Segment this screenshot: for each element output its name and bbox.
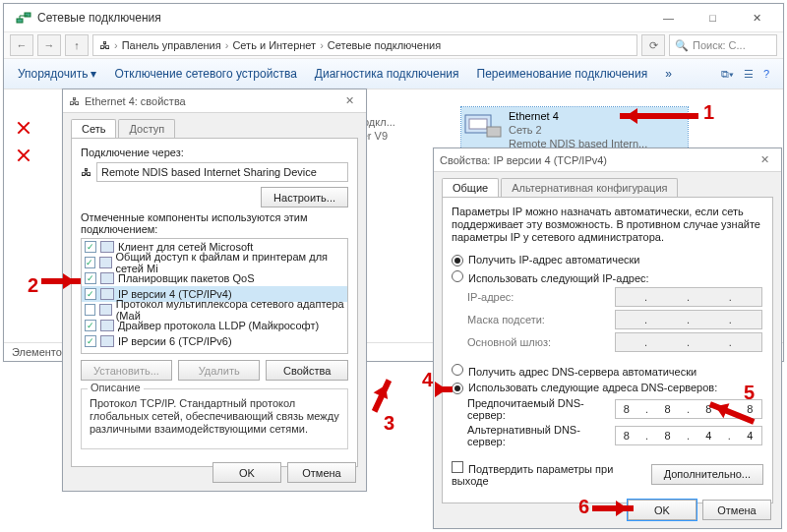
- annotation-3: 3: [384, 412, 394, 435]
- ethernet-properties-dialog: 🖧 Ethernet 4: свойства ✕ Сеть Доступ Под…: [62, 89, 367, 492]
- list-item: Протокол мультиплексора сетевого адаптер…: [82, 302, 347, 318]
- connect-via-label: Подключение через:: [81, 147, 348, 158]
- dialog-title: Свойства: IP версии 4 (TCP/IPv4): [440, 154, 754, 166]
- tab-alt-config[interactable]: Альтернативная конфигурация: [501, 178, 678, 197]
- radio-ip-auto[interactable]: Получить IP-адрес автоматически: [452, 254, 763, 266]
- component-icon: [100, 272, 114, 284]
- dialog-title: 🖧 Ethernet 4: свойства: [69, 95, 338, 107]
- view-details-icon[interactable]: ☰: [744, 68, 754, 81]
- properties-button[interactable]: Свойства: [266, 360, 348, 381]
- ip-address-field: ...: [615, 287, 762, 307]
- description-label: Описание: [88, 382, 144, 393]
- checkbox-icon[interactable]: ✓: [85, 320, 96, 331]
- remove-button[interactable]: Удалить: [178, 360, 261, 381]
- more-commands[interactable]: »: [665, 67, 672, 81]
- radio-ip-manual[interactable]: Использовать следующий IP-адрес:: [452, 270, 763, 284]
- back-button[interactable]: ←: [10, 34, 33, 56]
- configure-button[interactable]: Настроить...: [261, 187, 348, 207]
- address-bar: ← → ↑ 🖧 › Панель управления› Сеть и Инте…: [4, 31, 783, 59]
- checkbox-icon[interactable]: ✓: [85, 288, 96, 300]
- tab-panel-general: Параметры IP можно назначать автоматичес…: [442, 197, 773, 503]
- components-label: Отмеченные компоненты используются этим …: [81, 211, 348, 235]
- minimize-button[interactable]: —: [646, 8, 691, 28]
- titlebar: Сетевые подключения — □ ✕: [4, 4, 783, 31]
- cancel-button[interactable]: Отмена: [702, 500, 771, 520]
- component-icon: [100, 241, 114, 253]
- tab-panel-network: Подключение через: 🖧 Remote NDIS based I…: [71, 138, 358, 467]
- help-icon[interactable]: ?: [763, 68, 769, 80]
- radio-dns-manual[interactable]: Использовать следующие адреса DNS-сервер…: [452, 382, 763, 394]
- command-bar: Упорядочить ▾ Отключение сетевого устрой…: [4, 59, 783, 89]
- search-icon: 🔍: [675, 39, 689, 52]
- network-folder-icon: 🖧: [99, 39, 110, 51]
- arrow-icon: [592, 505, 634, 511]
- svg-rect-4: [487, 127, 501, 137]
- list-item: ✓Драйвер протокола LLDP (Майкрософт): [82, 318, 347, 333]
- annotation-5: 5: [744, 382, 755, 404]
- components-list[interactable]: ✓Клиент для сетей Microsoft ✓Общий досту…: [81, 238, 348, 354]
- network-folder-icon: [16, 10, 31, 26]
- annotation-2: 2: [28, 274, 38, 297]
- list-item: ✓Общий доступ к файлам и принтерам для с…: [82, 255, 347, 270]
- close-button[interactable]: ✕: [338, 94, 360, 107]
- annotation-6: 6: [578, 496, 589, 518]
- annotation-4: 4: [422, 369, 433, 391]
- rename-cmd[interactable]: Переименование подключения: [477, 67, 648, 81]
- validate-checkbox[interactable]: Подтвердить параметры при выходе: [452, 461, 651, 487]
- diagnose-cmd[interactable]: Диагностика подключения: [315, 67, 459, 81]
- window-title: Сетевые подключения: [37, 11, 646, 25]
- cancel-button[interactable]: Отмена: [287, 462, 356, 483]
- svg-rect-3: [469, 119, 487, 129]
- ipv4-properties-dialog: Свойства: IP версии 4 (TCP/IPv4) ✕ Общие…: [433, 148, 782, 529]
- close-button[interactable]: ✕: [754, 153, 775, 166]
- arrow-icon: [372, 379, 392, 412]
- ok-button[interactable]: OK: [628, 500, 696, 520]
- disable-device-cmd[interactable]: Отключение сетевого устройства: [114, 67, 296, 81]
- arrow-icon: [435, 386, 453, 392]
- checkbox-icon[interactable]: ✓: [85, 272, 96, 284]
- list-item: ✓IP версии 6 (TCP/IPv6): [82, 333, 347, 349]
- component-icon: [99, 257, 112, 268]
- tab-network[interactable]: Сеть: [71, 119, 116, 138]
- view-tiles-icon[interactable]: ⧉▾: [721, 68, 734, 81]
- gateway-field: ...: [615, 332, 762, 352]
- intro-text: Параметры IP можно назначать автоматичес…: [452, 206, 763, 244]
- tab-access[interactable]: Доступ: [118, 119, 175, 138]
- tab-general[interactable]: Общие: [442, 178, 499, 197]
- close-button[interactable]: ✕: [735, 8, 779, 28]
- connect-via-field: Remote NDIS based Internet Sharing Devic…: [96, 162, 348, 182]
- advanced-button[interactable]: Дополнительно...: [651, 464, 763, 485]
- ethernet-icon: 🖧: [69, 95, 80, 107]
- disabled-adapter-icon: [16, 120, 31, 136]
- alternate-dns-field[interactable]: 8.8.4.4: [615, 426, 762, 445]
- checkbox-icon[interactable]: ✓: [85, 335, 96, 347]
- checkbox-icon[interactable]: [85, 304, 95, 316]
- adapter-icon: 🖧: [81, 166, 91, 178]
- search-input[interactable]: 🔍 Поиск: С...: [669, 34, 777, 56]
- maximize-button[interactable]: □: [691, 8, 735, 28]
- forward-button[interactable]: →: [37, 34, 61, 56]
- install-button[interactable]: Установить...: [81, 360, 172, 381]
- component-icon: [100, 320, 114, 331]
- description-text: Протокол TCP/IP. Стандартный протокол гл…: [90, 397, 339, 436]
- annotation-1: 1: [703, 101, 714, 124]
- refresh-button[interactable]: ⟳: [641, 34, 665, 56]
- ok-button[interactable]: OK: [212, 462, 281, 483]
- subnet-mask-field: ...: [615, 310, 762, 329]
- up-button[interactable]: ↑: [65, 34, 89, 56]
- component-icon: [100, 335, 114, 347]
- breadcrumb[interactable]: 🖧 › Панель управления› Сеть и Интернет› …: [92, 34, 637, 56]
- radio-dns-auto[interactable]: Получить адрес DNS-сервера автоматически: [452, 364, 763, 378]
- arrow-icon: [41, 278, 81, 284]
- component-icon: [99, 304, 112, 316]
- component-icon: [100, 288, 114, 300]
- arrow-icon: [620, 113, 698, 119]
- checkbox-icon[interactable]: ✓: [85, 257, 95, 268]
- svg-rect-0: [17, 19, 23, 23]
- organize-menu[interactable]: Упорядочить ▾: [18, 67, 96, 81]
- disabled-adapter-icon: [16, 148, 31, 163]
- checkbox-icon[interactable]: ✓: [85, 241, 96, 253]
- ethernet-adapter-icon: [463, 109, 503, 141]
